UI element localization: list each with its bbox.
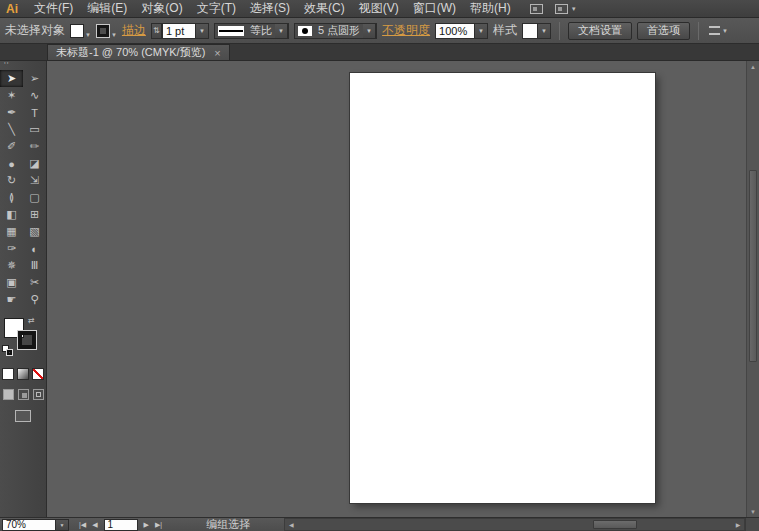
scale-tool[interactable]: ⇲ — [23, 172, 46, 189]
chevron-down-icon: ▼ — [722, 28, 728, 34]
pencil-tool[interactable]: ✏ — [23, 138, 46, 155]
scroll-up-icon[interactable]: ▲ — [747, 61, 759, 72]
stroke-color-button[interactable] — [17, 330, 37, 350]
control-bar-menu-button[interactable]: ▼ — [709, 26, 728, 35]
workspace-switcher-button[interactable]: ▼ — [555, 4, 577, 14]
horizontal-scrollbar-thumb[interactable] — [593, 520, 637, 529]
swap-fill-stroke-icon[interactable]: ⇄ — [28, 316, 35, 325]
draw-normal-button[interactable] — [3, 389, 14, 400]
line-segment-tool[interactable]: ╲ — [0, 121, 23, 138]
draw-behind-button[interactable] — [18, 389, 29, 400]
paintbrush-tool[interactable]: ✐ — [0, 138, 23, 155]
scroll-left-icon[interactable]: ◀ — [285, 521, 297, 528]
brush-definition-combo[interactable]: 5 点圆形 ▼ — [294, 23, 377, 39]
opacity-combo: 100% ▼ — [435, 23, 488, 39]
brush-definition-dropdown[interactable]: ▼ — [363, 23, 376, 39]
eraser-tool[interactable]: ◪ — [23, 155, 46, 172]
symbol-sprayer-tool[interactable]: ✵ — [0, 257, 23, 274]
chevron-down-icon: ▼ — [85, 32, 91, 38]
zoom-tool[interactable]: ⚲ — [23, 291, 46, 308]
scroll-down-icon[interactable]: ▼ — [747, 506, 759, 517]
pen-tool[interactable]: ✒ — [0, 104, 23, 121]
previous-artboard-button[interactable]: ◀ — [90, 521, 99, 529]
stroke-panel-link[interactable]: 描边 — [122, 22, 146, 39]
horizontal-scrollbar[interactable]: ◀ ▶ — [284, 518, 745, 531]
perspective-grid-tool[interactable]: ⊞ — [23, 206, 46, 223]
workspace-icon — [555, 4, 568, 14]
status-bar: 70% ▼ |◀ ◀ 1 ▶ ▶| 编组选择 ◀ ▶ — [0, 517, 759, 531]
separator — [559, 22, 560, 40]
opacity-field[interactable]: 100% — [435, 23, 475, 39]
zoom-field[interactable]: 70% — [2, 519, 56, 531]
fill-color-picker[interactable]: ▼ — [70, 24, 91, 38]
preferences-button[interactable]: 首选项 — [637, 22, 690, 40]
column-graph-tool[interactable]: Ⅲ — [23, 257, 46, 274]
free-transform-tool[interactable]: ▢ — [23, 189, 46, 206]
document-setup-button[interactable]: 文档设置 — [568, 22, 632, 40]
tab-close-icon[interactable]: × — [214, 47, 220, 59]
lasso-tool[interactable]: ∿ — [23, 87, 46, 104]
arrange-documents-icon[interactable] — [530, 4, 543, 14]
stroke-width-field[interactable]: 1 pt — [162, 23, 196, 39]
first-artboard-button[interactable]: |◀ — [77, 521, 88, 529]
brush-preview — [298, 26, 312, 36]
rotate-tool[interactable]: ↻ — [0, 172, 23, 189]
slice-tool[interactable]: ✂ — [23, 274, 46, 291]
menu-object[interactable]: 对象(O) — [134, 0, 189, 17]
next-artboard-button[interactable]: ▶ — [142, 521, 151, 529]
color-button[interactable] — [2, 368, 14, 380]
gradient-tool[interactable]: ▧ — [23, 223, 46, 240]
type-tool[interactable]: T — [23, 104, 46, 121]
opacity-panel-link[interactable]: 不透明度 — [382, 22, 430, 39]
horizontal-scrollbar-track[interactable] — [297, 519, 732, 530]
blend-tool[interactable]: ◐ — [23, 240, 46, 257]
rectangle-tool[interactable]: ▭ — [23, 121, 46, 138]
scroll-right-icon[interactable]: ▶ — [732, 521, 744, 528]
tools-grid: ➤ ➢ ✶ ∿ ✒ T ╲ ▭ ✐ ✏ ● ◪ ↻ ⇲ ≬ ▢ ◧ ⊞ ▦ ▧ — [0, 70, 46, 308]
vertical-scrollbar[interactable]: ▲ ▼ — [746, 61, 759, 517]
artboard[interactable] — [350, 73, 655, 503]
document-tab[interactable]: 未标题-1 @ 70% (CMYK/预览) × — [47, 44, 230, 60]
width-tool[interactable]: ≬ — [0, 189, 23, 206]
draw-inside-button[interactable] — [33, 389, 44, 400]
style-dropdown[interactable]: ▼ — [538, 23, 551, 39]
menu-view[interactable]: 视图(V) — [352, 0, 406, 17]
stroke-width-stepper[interactable]: ⇅ — [151, 23, 162, 39]
stroke-width-dropdown[interactable]: ▼ — [196, 23, 209, 39]
direct-selection-tool[interactable]: ➢ — [23, 70, 46, 87]
mesh-tool[interactable]: ▦ — [0, 223, 23, 240]
none-button[interactable] — [32, 368, 44, 380]
toolbar-collapse-handle[interactable]: '' — [0, 61, 46, 70]
stroke-color-picker[interactable]: ▼ — [96, 24, 117, 38]
menu-file[interactable]: 文件(F) — [27, 0, 80, 17]
vertical-scrollbar-thumb[interactable] — [749, 170, 757, 362]
menu-effect[interactable]: 效果(C) — [297, 0, 352, 17]
canvas-area[interactable]: ▲ ▼ — [47, 61, 759, 517]
screen-mode-button[interactable] — [15, 410, 31, 422]
style-combo[interactable]: ▼ — [522, 23, 551, 39]
menu-type[interactable]: 文字(T) — [190, 0, 243, 17]
menu-edit[interactable]: 编辑(E) — [80, 0, 134, 17]
fill-stroke-indicator: ⇄ — [0, 318, 46, 360]
last-artboard-button[interactable]: ▶| — [153, 521, 164, 529]
eyedropper-tool[interactable]: ✑ — [0, 240, 23, 257]
default-stroke-icon[interactable] — [6, 349, 13, 356]
width-profile-dropdown[interactable]: ▼ — [275, 23, 288, 39]
artboard-number-field[interactable]: 1 — [104, 519, 138, 531]
fill-swatch — [70, 24, 84, 38]
gradient-tool-icon: ▧ — [29, 225, 39, 238]
menu-window[interactable]: 窗口(W) — [406, 0, 463, 17]
magic-wand-tool[interactable]: ✶ — [0, 87, 23, 104]
opacity-dropdown[interactable]: ▼ — [475, 23, 488, 39]
zoom-dropdown[interactable]: ▼ — [56, 519, 69, 531]
gradient-button[interactable] — [17, 368, 29, 380]
artboard-tool[interactable]: ▣ — [0, 274, 23, 291]
menu-help[interactable]: 帮助(H) — [463, 0, 518, 17]
blob-brush-tool[interactable]: ● — [0, 155, 23, 172]
selection-tool[interactable]: ➤ — [0, 70, 23, 87]
width-profile-combo[interactable]: 等比 ▼ — [214, 23, 289, 39]
shape-builder-tool-icon: ◧ — [6, 208, 16, 221]
shape-builder-tool[interactable]: ◧ — [0, 206, 23, 223]
hand-tool[interactable]: ☛ — [0, 291, 23, 308]
menu-select[interactable]: 选择(S) — [243, 0, 297, 17]
